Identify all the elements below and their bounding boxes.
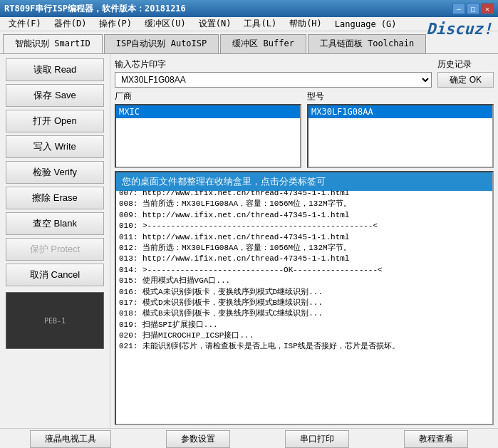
menubar: 文件(F)器件(D)操作(P)缓冲区(U)设置(N)工具(L)帮助(H)Lang… <box>0 17 498 31</box>
vendor-model-row: 厂商 MXIC 型号 MX30LF1G08AA <box>115 90 494 168</box>
sidebar-btn-verify[interactable]: 检验 Verify <box>6 161 104 184</box>
log-line: 015: 使用模式A扫描VGA口... <box>119 276 489 286</box>
maximize-button[interactable]: □ <box>467 3 479 14</box>
sidebar-btn-cancel[interactable]: 取消 Cancel <box>6 264 104 286</box>
chip-input-select[interactable]: MX30LF1G08AA <box>115 72 432 88</box>
log-line: 018: 模式B未识别到板卡，变换线序到模式C继续识别... <box>119 308 489 319</box>
log-line: 010: >----------------------------------… <box>119 221 489 231</box>
log-line: 011: http://www.ifix.net.cn/thread-47345… <box>119 232 489 243</box>
model-listbox[interactable]: MX30LF1G08AA <box>307 104 494 168</box>
log-line: 008: 当前所选：MX30LF1G08AA，容量：1056M位，132M字节。 <box>119 199 489 209</box>
main-area: 读取 Read保存 Save打开 Open写入 Write检验 Verify擦除… <box>0 54 498 428</box>
menu-item-p[interactable]: 操作(P) <box>93 16 138 31</box>
bottom-btn-lcd-tool[interactable]: 液晶电视工具 <box>30 430 111 448</box>
sidebar-btn-open[interactable]: 打开 Open <box>6 110 104 132</box>
chip-input-group: 输入芯片印字 MX30LF1G08AA <box>115 58 432 88</box>
device-image: PEB-1 <box>6 292 104 349</box>
vendor-group: 厂商 MXIC <box>115 90 301 168</box>
sidebar: 读取 Read保存 Save打开 Open写入 Write检验 Verify擦除… <box>0 54 110 428</box>
menu-item-l[interactable]: 工具(L) <box>238 16 282 31</box>
log-line: 014: >-----------------------------OK---… <box>119 265 489 276</box>
log-line: 009: http://www.ifix.net.cn/thread-47345… <box>119 210 489 221</box>
menu-item-n[interactable]: 设置(N) <box>193 16 237 31</box>
sidebar-btn-erase[interactable]: 擦除 Erase <box>6 187 104 209</box>
log-line: 017: 模式D未识别到板卡，变换线序到模式B继续识别... <box>119 298 489 308</box>
ok-button[interactable]: 确定 OK <box>437 72 494 88</box>
tab-smartid[interactable]: 智能识别 SmartID <box>3 34 103 53</box>
model-label: 型号 <box>307 90 494 103</box>
sidebar-btn-save[interactable]: 保存 Save <box>6 84 104 107</box>
history-group: 历史记录 确定 OK <box>437 58 494 88</box>
titlebar: RT809F串行ISP编程器，软件版本：20181216 — □ ✕ <box>0 0 498 17</box>
minimize-button[interactable]: — <box>452 3 465 14</box>
bottom-toolbar: 液晶电视工具参数设置串口打印教程查看 <box>0 428 498 448</box>
menu-item-d[interactable]: 器件(D) <box>48 16 93 31</box>
log-line: 016: 模式A未识别到板卡，变换线序到模式D继续识别... <box>119 287 489 298</box>
tab-buffer[interactable]: 缓冲区 Buffer <box>220 34 306 53</box>
right-panel: 输入芯片印字 MX30LF1G08AA 历史记录 确定 OK 厂商 MXIC 型… <box>110 54 498 428</box>
bottom-btn-param-settings[interactable]: 参数设置 <box>166 430 230 448</box>
log-line: 013: http://www.ifix.net.cn/thread-47345… <box>119 254 489 264</box>
model-group: 型号 MX30LF1G08AA <box>307 90 494 168</box>
window-title: RT809F串行ISP编程器，软件版本：20181216 <box>4 3 186 15</box>
tab-autoisp[interactable]: ISP自动识别 AutoISP <box>104 34 219 53</box>
sidebar-btn-protect: 保护 Protect <box>6 238 104 261</box>
sidebar-btn-read[interactable]: 读取 Read <box>6 58 104 81</box>
window-controls: — □ ✕ <box>452 3 494 14</box>
menu-item-f[interactable]: 文件(F) <box>3 16 47 31</box>
menu-item-u[interactable]: 缓冲区(U) <box>139 16 192 31</box>
chip-input-row: 输入芯片印字 MX30LF1G08AA 历史记录 确定 OK <box>115 58 494 88</box>
model-list-item[interactable]: MX30LF1G08AA <box>308 105 492 118</box>
log-line: 019: 扫描SPI扩展接口... <box>119 320 489 330</box>
menu-item-h[interactable]: 帮助(H) <box>284 16 328 31</box>
tab-toolchain[interactable]: 工具链面板 Toolchain <box>308 34 426 53</box>
chip-input-label: 输入芯片印字 <box>115 58 432 71</box>
bottom-btn-tutorial[interactable]: 教程查看 <box>404 430 468 448</box>
vendor-label: 厂商 <box>115 90 301 103</box>
log-line: 012: 当前所选：MX30LF1G08AA，容量：1056M位，132M字节。 <box>119 243 489 254</box>
vendor-listbox[interactable]: MXIC <box>115 104 301 168</box>
log-line: 021: 未能识别到芯片，请检查板卡是否上电，ISP线是否接好，芯片是否损坏。 <box>119 341 489 352</box>
tabs-row: 智能识别 SmartIDISP自动识别 AutoISP缓冲区 Buffer工具链… <box>0 31 498 54</box>
bottom-btn-serial-print[interactable]: 串口打印 <box>285 430 349 448</box>
vendor-list-item[interactable]: MXIC <box>116 105 300 118</box>
log-area[interactable]: 您的桌面文件都整理在收纳盒里，点击分类标签可 007: http://www.i… <box>115 171 494 425</box>
log-line: 020: 扫描MICROCHIP_ICSP接口... <box>119 330 489 341</box>
close-button[interactable]: ✕ <box>481 3 494 14</box>
menu-item-languageg[interactable]: Language (G) <box>329 18 403 31</box>
sidebar-btn-blank[interactable]: 查空 Blank <box>6 212 104 235</box>
sidebar-btn-write[interactable]: 写入 Write <box>6 135 104 158</box>
overlay-notification: 您的桌面文件都整理在收纳盒里，点击分类标签可 <box>116 172 492 191</box>
history-label: 历史记录 <box>437 58 472 71</box>
discuz-watermark: Discuz! <box>426 20 492 38</box>
